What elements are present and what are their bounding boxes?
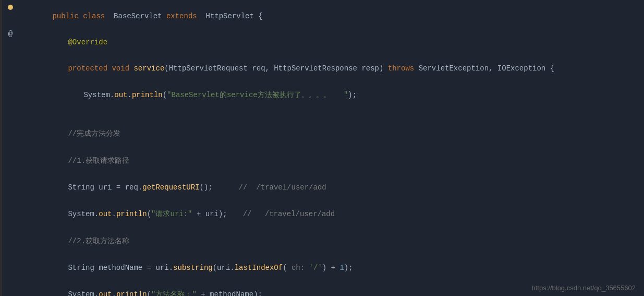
system-2: System [68,210,94,218]
gutter-1 [0,5,21,10]
line-content-5 [21,109,644,117]
classname-baseservlet: BaseServlet [110,12,166,20]
out-3: out [99,290,112,296]
string-3: "方法名称：" [151,290,201,296]
line-content-10: //2.获取方法名称 [21,228,644,254]
line-content-8: String uri = req.getRequestURI();// /tra… [21,175,644,200]
system-out-1: System [83,91,110,99]
watermark: https://blog.csdn.net/qq_35655602 [532,284,636,292]
comment-2: //1.获取请求路径 [68,157,129,165]
code-editor: public class BaseServlet extends HttpSer… [0,0,644,296]
code-line-4: System.out.println("BaseServlet的service方… [0,81,644,109]
string-slash: '/' [309,264,322,272]
method-println-1: println [132,91,163,99]
type-string-methodname: String [68,264,94,272]
line-content-11: String methodName = uri.substring(uri.la… [21,255,644,280]
code-line-1: public class BaseServlet extends HttpSer… [0,3,644,29]
string-1: "BaseServlet的service方法被执行了。。。。 " [167,91,348,99]
line-content-4: System.out.println("BaseServlet的service方… [21,82,644,108]
keyword-void: void [112,64,129,73]
type-servletexception: ServletException [419,64,489,73]
code-line-9: System.out.println("请求uri:" + uri);// /t… [0,200,644,228]
method-lastindexof: lastIndexOf [235,264,283,272]
type-ioexception: IOException [497,64,545,73]
comment-3: // /travel/user/add [239,183,326,192]
line-content-1: public class BaseServlet extends HttpSer… [21,4,644,29]
code-line-5 [0,109,644,120]
code-line-8: String uri = req.getRequestURI();// /tra… [0,174,644,200]
line-content-6: //完成方法分发 [21,121,644,147]
code-line-7: //1.获取请求路径 [0,147,644,174]
line-content-2: @Override [21,30,644,55]
method-getrequesturi: getRequestURI [142,183,199,192]
at-icon: @ [8,30,13,38]
code-line-11: String methodName = uri.substring(uri.la… [0,255,644,281]
type-httpservletrequest: HttpServletRequest [169,64,248,73]
breakpoint-icon [8,5,13,10]
annotation-override: @Override [68,38,107,46]
keyword-throws: throws [388,64,414,73]
system-3: System [68,290,94,296]
comment-5: //2.获取方法名称 [68,237,129,245]
line-content-7: //1.获取请求路径 [21,148,644,174]
gutter-2: @ [0,30,21,38]
param-ch: ch: [291,264,305,272]
line-content-3: protected void service(HttpServletReques… [21,56,644,81]
line-content-9: System.out.println("请求uri:" + uri);// /t… [21,201,644,227]
number-1: 1 [339,264,344,272]
method-substring: substring [173,264,213,272]
type-httpservletresponse: HttpServletResponse [274,64,357,73]
keyword-extends: extends [166,12,197,20]
method-service: service [133,64,164,73]
keyword-protected: protected [68,64,107,73]
println-3: println [116,290,147,296]
keyword-class: class [83,12,105,20]
string-2: "请求uri:" [151,210,197,218]
code-line-2: @ @Override [0,29,644,55]
comment-4: // /travel/user/add [243,210,335,218]
comment-1: //完成方法分发 [68,129,120,138]
method-out-1: out [114,91,127,99]
code-line-10: //2.获取方法名称 [0,228,644,255]
method-println-2: println [116,210,147,218]
type-string-uri: String [68,183,94,192]
code-line-3: protected void service(HttpServletReques… [0,55,644,81]
keyword-public: public [52,12,78,20]
method-out-2: out [99,210,112,218]
classname-httpservlet: HttpServlet [201,12,258,20]
code-line-6: //完成方法分发 [0,120,644,147]
